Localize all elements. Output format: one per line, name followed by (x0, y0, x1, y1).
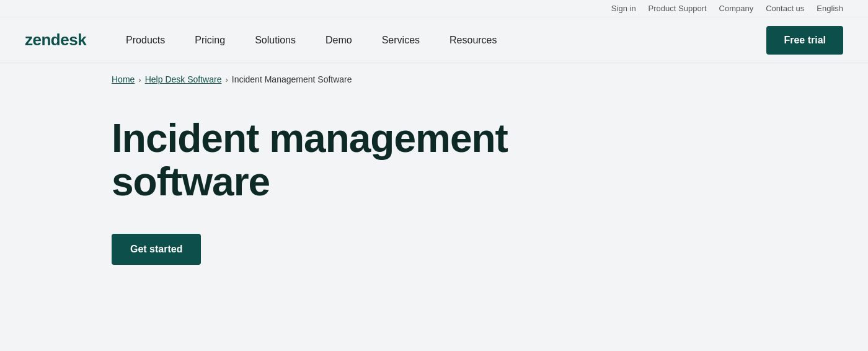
company-link[interactable]: Company (719, 4, 754, 13)
logo[interactable]: zendesk (25, 30, 86, 50)
nav-demo[interactable]: Demo (311, 17, 367, 63)
language-link[interactable]: English (817, 4, 843, 13)
get-started-button[interactable]: Get started (112, 234, 201, 265)
utility-bar: Sign in Product Support Company Contact … (0, 0, 868, 17)
breadcrumb-home[interactable]: Home (112, 74, 135, 84)
nav-services[interactable]: Services (367, 17, 435, 63)
nav-solutions[interactable]: Solutions (240, 17, 311, 63)
nav-cta-area: Free trial (766, 26, 843, 55)
nav-links: Products Pricing Solutions Demo Services… (111, 17, 766, 63)
free-trial-button[interactable]: Free trial (766, 26, 843, 55)
contact-us-link[interactable]: Contact us (766, 4, 804, 13)
nav-resources[interactable]: Resources (435, 17, 512, 63)
breadcrumb: Home › Help Desk Software › Incident Man… (112, 74, 756, 84)
hero-section: Incident management software Get started (0, 92, 868, 302)
hero-title-line1: Incident management (112, 116, 508, 161)
hero-title-line2: software (112, 159, 270, 204)
breadcrumb-section: Home › Help Desk Software › Incident Man… (0, 63, 868, 92)
breadcrumb-current: Incident Management Software (232, 74, 352, 84)
sign-in-link[interactable]: Sign in (611, 4, 636, 13)
main-nav: zendesk Products Pricing Solutions Demo … (0, 17, 868, 63)
hero-title: Incident management software (112, 117, 546, 204)
breadcrumb-separator-1: › (138, 75, 141, 84)
product-support-link[interactable]: Product Support (649, 4, 707, 13)
nav-products[interactable]: Products (111, 17, 180, 63)
breadcrumb-separator-2: › (225, 75, 228, 84)
breadcrumb-help-desk[interactable]: Help Desk Software (145, 74, 222, 84)
nav-pricing[interactable]: Pricing (180, 17, 240, 63)
